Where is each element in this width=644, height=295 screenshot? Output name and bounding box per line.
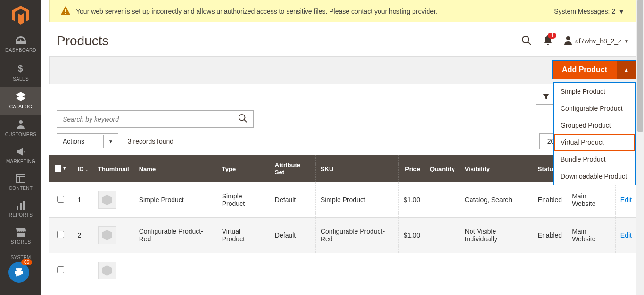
sort-icon: ↓ xyxy=(86,166,89,172)
system-message-bar: Your web server is set up incorrectly an… xyxy=(49,0,636,22)
search-submit-icon[interactable] xyxy=(232,111,253,127)
row-checkbox[interactable] xyxy=(57,196,64,203)
admin-sidebar: DASHBOARD $ SALES CATALOG CUSTOMERS MARK… xyxy=(0,0,41,295)
user-name: af7whv_h8_2_z xyxy=(575,37,621,45)
megaphone-icon xyxy=(0,148,41,157)
edit-link[interactable]: Edit xyxy=(620,196,632,204)
svg-rect-6 xyxy=(20,203,22,210)
thumbnail-placeholder xyxy=(98,191,116,209)
dropdown-item-simple[interactable]: Simple Product xyxy=(554,83,635,100)
system-message-count: System Messages: 2 xyxy=(554,8,615,15)
dropdown-item-downloadable[interactable]: Downloadable Product xyxy=(554,168,635,185)
table-row[interactable]: 2 Configurable Product-Red Virtual Produ… xyxy=(49,218,636,253)
page-title: Products xyxy=(57,33,109,49)
row-checkbox[interactable] xyxy=(57,266,64,273)
chevron-down-icon: ▼ xyxy=(618,8,625,15)
system-message-toggle[interactable]: System Messages: 2 ▼ xyxy=(554,8,625,15)
cell-id: 2 xyxy=(73,218,93,253)
cell-name: Configurable Product-Red xyxy=(134,218,217,253)
cell-name: Simple Product xyxy=(134,182,217,218)
row-checkbox[interactable] xyxy=(57,231,64,238)
dropdown-item-virtual[interactable]: Virtual Product xyxy=(554,134,635,151)
thumbnail-placeholder xyxy=(98,262,116,279)
svg-point-12 xyxy=(566,36,570,40)
sidebar-item-stores[interactable]: STORES xyxy=(0,223,41,250)
system-message-text: Your web server is set up incorrectly an… xyxy=(76,8,438,15)
svg-rect-2 xyxy=(16,174,25,183)
action-bar: Add Product ▲ Simple Product Configurabl… xyxy=(49,56,636,84)
chevron-down-icon: ▼ xyxy=(62,166,66,171)
store-icon xyxy=(0,228,41,238)
chevron-down-icon: ▼ xyxy=(624,39,629,44)
add-product-dropdown-toggle[interactable]: ▲ xyxy=(617,61,636,79)
th-visibility[interactable]: Visibility xyxy=(460,155,533,182)
notification-badge: 1 xyxy=(548,33,556,39)
th-type[interactable]: Type xyxy=(217,155,270,182)
layout-icon xyxy=(0,174,41,184)
cell-website: Main Website xyxy=(567,182,616,218)
cell-status: Enabled xyxy=(533,218,567,253)
sidebar-label: CATALOG xyxy=(9,104,32,109)
search-icon[interactable] xyxy=(521,35,532,47)
dropdown-item-bundle[interactable]: Bundle Product xyxy=(554,151,635,168)
th-name[interactable]: Name xyxy=(134,155,217,182)
search-box xyxy=(57,110,254,128)
sidebar-item-content[interactable]: CONTENT xyxy=(0,170,41,197)
sidebar-item-reports[interactable]: REPORTS xyxy=(0,197,41,223)
table-row[interactable] xyxy=(49,253,636,288)
add-product-dropdown: Simple Product Configurable Product Grou… xyxy=(553,82,636,185)
add-product-split-button: Add Product ▲ Simple Product Configurabl… xyxy=(552,60,636,79)
th-select-all[interactable]: ▼ xyxy=(49,155,73,182)
th-price[interactable]: Price xyxy=(398,155,425,182)
sidebar-label: CONTENT xyxy=(9,186,33,191)
notifications-icon[interactable]: 1 xyxy=(543,35,553,47)
svg-rect-9 xyxy=(65,13,66,14)
cell-qty xyxy=(425,218,460,253)
cell-sku: Simple Product xyxy=(315,182,398,218)
svg-point-10 xyxy=(522,36,529,43)
dropdown-item-configurable[interactable]: Configurable Product xyxy=(554,100,635,117)
sidebar-item-dashboard[interactable]: DASHBOARD xyxy=(0,32,41,58)
thumbnail-placeholder xyxy=(98,226,116,244)
sidebar-item-sales[interactable]: $ SALES xyxy=(0,58,41,87)
sidebar-label: REPORTS xyxy=(9,213,33,218)
sidebar-item-marketing[interactable]: MARKETING xyxy=(0,143,41,170)
svg-line-14 xyxy=(244,120,247,122)
scrollbar-thumb[interactable] xyxy=(637,0,643,132)
cell-type: Virtual Product xyxy=(217,218,270,253)
table-row[interactable]: 1 Simple Product Simple Product Default … xyxy=(49,182,636,218)
magento-logo-icon[interactable] xyxy=(12,6,29,26)
search-input[interactable] xyxy=(57,112,232,127)
sidebar-label: MARKETING xyxy=(6,159,35,164)
cell-visibility: Not Visible Individually xyxy=(460,218,533,253)
dropdown-item-grouped[interactable]: Grouped Product xyxy=(554,117,635,134)
cell-visibility: Catalog, Search xyxy=(460,182,533,218)
svg-point-13 xyxy=(239,115,245,121)
bulk-actions-select[interactable]: Actions ▼ xyxy=(57,133,118,149)
sidebar-item-customers[interactable]: CUSTOMERS xyxy=(0,115,41,143)
catalog-icon xyxy=(0,92,41,102)
dashboard-icon xyxy=(0,36,41,46)
sidebar-item-catalog[interactable]: CATALOG xyxy=(0,87,41,115)
add-product-button[interactable]: Add Product xyxy=(553,61,617,79)
th-sku[interactable]: SKU xyxy=(315,155,398,182)
th-thumbnail[interactable]: Thumbnail xyxy=(93,155,134,182)
edit-link[interactable]: Edit xyxy=(620,231,632,239)
records-found-text: 3 records found xyxy=(128,138,173,145)
svg-line-11 xyxy=(528,42,531,45)
help-badge[interactable]: 66 xyxy=(8,262,29,283)
user-icon xyxy=(564,36,572,47)
filter-icon xyxy=(543,94,549,101)
user-menu[interactable]: af7whv_h8_2_z ▼ xyxy=(564,36,629,47)
th-id[interactable]: ID ↓ xyxy=(73,155,93,182)
cell-website: Main Website xyxy=(567,218,616,253)
main-content: Your web server is set up incorrectly an… xyxy=(41,0,644,295)
vertical-scrollbar[interactable] xyxy=(636,0,644,295)
help-badge-count: 66 xyxy=(21,259,32,265)
cell-price: $1.00 xyxy=(398,218,425,253)
th-quantity[interactable]: Quantity xyxy=(425,155,460,182)
th-attribute-set[interactable]: Attribute Set xyxy=(270,155,315,182)
cell-status: Enabled xyxy=(533,182,567,218)
sidebar-label: CUSTOMERS xyxy=(5,132,36,137)
svg-rect-8 xyxy=(65,9,66,12)
